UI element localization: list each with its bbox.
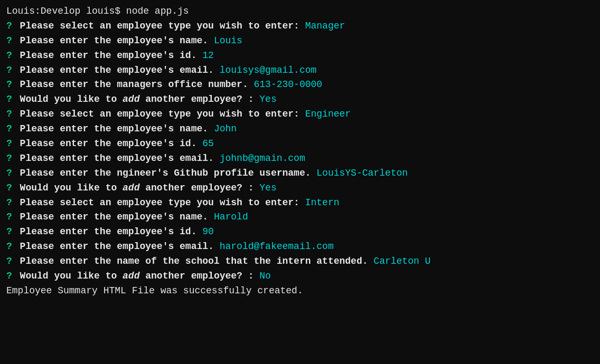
terminal-text: Please enter the managers office number. bbox=[20, 78, 254, 92]
terminal-text: Please enter the employee's id. bbox=[20, 137, 203, 151]
terminal-text: louisys@gmail.com bbox=[220, 63, 317, 78]
terminal-line: ? Please enter the employee's email. har… bbox=[6, 240, 594, 254]
terminal-text: Please select an employee type you wish … bbox=[20, 196, 305, 210]
terminal-text: Yes bbox=[259, 181, 276, 196]
terminal-text: Intern bbox=[305, 196, 340, 210]
terminal-text: Please enter the employee's email. bbox=[20, 240, 220, 254]
terminal-text: harold@fakeemail.com bbox=[220, 240, 334, 254]
terminal-window: Louis:Develop louis$ node app.js? Please… bbox=[6, 4, 594, 360]
terminal-line: ? Would you like to add another employee… bbox=[6, 269, 594, 284]
prompt-mark: ? bbox=[6, 240, 18, 254]
terminal-line: ? Please select an employee type you wis… bbox=[6, 196, 594, 210]
terminal-line: ? Would you like to add another employee… bbox=[6, 92, 594, 107]
prompt-mark: ? bbox=[6, 151, 18, 166]
terminal-line: ? Please enter the employee's id. 90 bbox=[6, 225, 594, 240]
prompt-mark: ? bbox=[6, 196, 18, 210]
terminal-text: Please enter the ngineer's Github profil… bbox=[20, 166, 317, 181]
prompt-mark: ? bbox=[6, 166, 18, 181]
terminal-text: Please enter the employee's id. bbox=[20, 225, 203, 240]
prompt-mark: ? bbox=[6, 137, 18, 151]
terminal-text: Please enter the name of the school that… bbox=[20, 254, 374, 269]
terminal-text: Manager bbox=[305, 19, 345, 34]
terminal-text: Please select an employee type you wish … bbox=[20, 107, 305, 122]
terminal-text: Louis:Develop louis$ node app.js bbox=[6, 4, 189, 19]
terminal-line: ? Please enter the employee's id. 65 bbox=[6, 137, 594, 151]
terminal-text: 12 bbox=[202, 49, 214, 63]
terminal-text: Yes bbox=[259, 92, 276, 107]
prompt-mark: ? bbox=[6, 63, 18, 78]
terminal-text: Would you like to bbox=[20, 181, 123, 196]
terminal-text: Please enter the employee's id. bbox=[20, 49, 203, 63]
terminal-text: No bbox=[259, 269, 271, 284]
prompt-mark: ? bbox=[6, 269, 18, 284]
terminal-line: ? Would you like to add another employee… bbox=[6, 181, 594, 196]
terminal-text: Would you like to bbox=[20, 92, 123, 107]
prompt-mark: ? bbox=[6, 210, 18, 225]
terminal-text: 613-230-0000 bbox=[254, 78, 322, 92]
prompt-mark: ? bbox=[6, 181, 18, 196]
terminal-line: Louis:Develop louis$ node app.js bbox=[6, 4, 594, 19]
terminal-text: add bbox=[123, 92, 139, 107]
terminal-text: another employee? : bbox=[139, 269, 259, 284]
terminal-line: Employee Summary HTML File was successfu… bbox=[6, 284, 594, 299]
terminal-line: ? Please enter the ngineer's Github prof… bbox=[6, 166, 594, 181]
prompt-mark: ? bbox=[6, 19, 18, 34]
terminal-line: ? Please enter the employee's name. Haro… bbox=[6, 210, 594, 225]
terminal-text: another employee? : bbox=[139, 92, 259, 107]
terminal-text: Engineer bbox=[305, 107, 351, 122]
terminal-text: Louis bbox=[214, 34, 242, 49]
prompt-mark: ? bbox=[6, 225, 18, 240]
terminal-line: ? Please enter the employee's name. Loui… bbox=[6, 34, 594, 49]
terminal-text: Please enter the employee's email. bbox=[20, 151, 220, 166]
terminal-text: add bbox=[123, 181, 139, 196]
terminal-line: ? Please select an employee type you wis… bbox=[6, 19, 594, 34]
terminal-text: Please enter the employee's name. bbox=[20, 210, 214, 225]
terminal-text: Please enter the employee's name. bbox=[20, 122, 214, 137]
terminal-line: ? Please enter the employee's name. John bbox=[6, 122, 594, 137]
terminal-text: another employee? : bbox=[139, 181, 259, 196]
terminal-text: Harold bbox=[214, 210, 248, 225]
terminal-text: add bbox=[123, 269, 139, 284]
terminal-line: ? Please enter the employee's email. joh… bbox=[6, 151, 594, 166]
terminal-text: 65 bbox=[202, 137, 214, 151]
terminal-text: Please enter the employee's email. bbox=[20, 63, 220, 78]
terminal-text: Would you like to bbox=[20, 269, 123, 284]
prompt-mark: ? bbox=[6, 254, 18, 269]
terminal-text: Employee Summary HTML File was successfu… bbox=[6, 284, 303, 299]
terminal-line: ? Please select an employee type you wis… bbox=[6, 107, 594, 122]
terminal-text: johnb@gmain.com bbox=[220, 151, 305, 166]
prompt-mark: ? bbox=[6, 34, 18, 49]
prompt-mark: ? bbox=[6, 92, 18, 107]
terminal-text: LouisYS-Carleton bbox=[316, 166, 408, 181]
terminal-text: Please enter the employee's name. bbox=[20, 34, 214, 49]
prompt-mark: ? bbox=[6, 49, 18, 63]
terminal-line: ? Please enter the name of the school th… bbox=[6, 254, 594, 269]
terminal-line: ? Please enter the managers office numbe… bbox=[6, 78, 594, 92]
prompt-mark: ? bbox=[6, 122, 18, 137]
terminal-text: 90 bbox=[202, 225, 214, 240]
terminal-text: John bbox=[214, 122, 237, 137]
terminal-text: Carleton U bbox=[373, 254, 430, 269]
prompt-mark: ? bbox=[6, 107, 18, 122]
prompt-mark: ? bbox=[6, 78, 18, 92]
terminal-line: ? Please enter the employee's id. 12 bbox=[6, 49, 594, 63]
terminal-text: Please select an employee type you wish … bbox=[20, 19, 305, 34]
terminal-line: ? Please enter the employee's email. lou… bbox=[6, 63, 594, 78]
